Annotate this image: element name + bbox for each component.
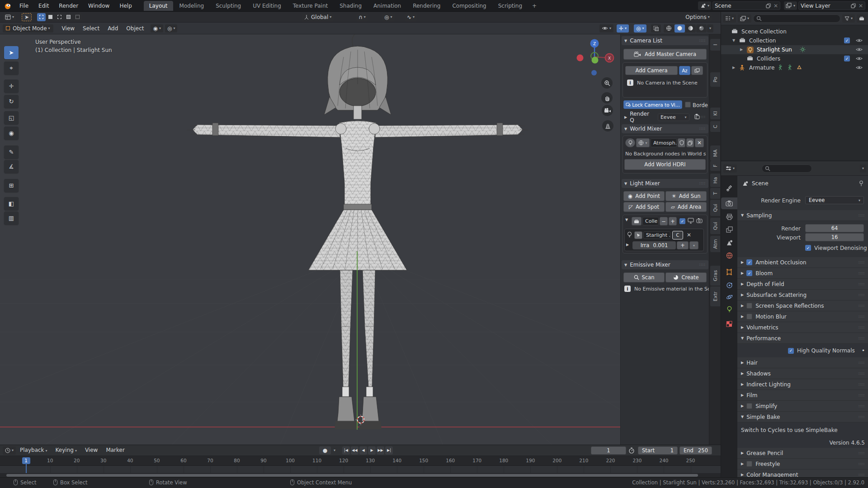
add-collection-button[interactable]: +: [669, 217, 677, 225]
close-icon[interactable]: ✕: [774, 3, 778, 9]
auto-keying-toggle[interactable]: ●: [319, 446, 331, 455]
render-display-icon[interactable]: [696, 218, 703, 225]
properties-search-input[interactable]: [762, 164, 811, 173]
viewport-3d[interactable]: User Perspective (1) Collection | Starli…: [0, 34, 721, 445]
light-c-button[interactable]: C: [672, 231, 683, 239]
menu-view[interactable]: View: [58, 25, 79, 32]
remove-collection-button[interactable]: −: [660, 217, 668, 225]
lock-camera-button[interactable]: Lock Camera to Vi...: [623, 100, 682, 109]
close-icon[interactable]: ✕: [859, 3, 863, 9]
menu-file[interactable]: File: [14, 0, 33, 12]
add-point-button[interactable]: ◉Add Point: [623, 191, 665, 201]
select-light-icon[interactable]: [634, 231, 642, 239]
select-mode-intersect-icon[interactable]: [73, 13, 82, 21]
perspective-toggle-button[interactable]: [602, 120, 613, 131]
new-collection-icon[interactable]: [857, 14, 867, 23]
copy-icon[interactable]: [851, 3, 856, 9]
object-visibility-dropdown[interactable]: ▾: [599, 24, 613, 33]
world-light-icon[interactable]: [625, 138, 635, 147]
menu-add[interactable]: Add: [104, 25, 122, 32]
section-freestyle[interactable]: ▶Freestyle∷∷: [737, 459, 868, 469]
section-checkbox[interactable]: ✓: [746, 270, 752, 276]
play-reverse-button[interactable]: ◀: [359, 446, 367, 455]
proportional-edit-toggle[interactable]: ◎▾: [382, 13, 395, 21]
keying-set-dropdown[interactable]: ▾: [334, 448, 335, 452]
snap-toggle[interactable]: ∩▾: [356, 13, 368, 21]
section-checkbox[interactable]: ✓: [746, 259, 752, 265]
high-quality-normals-checkbox[interactable]: ✓: [788, 348, 794, 354]
section-checkbox[interactable]: [746, 403, 752, 409]
section-subsurface-scattering[interactable]: ▶Subsurface Scattering∷∷: [737, 290, 868, 300]
expander-right-icon[interactable]: ▶: [741, 260, 744, 264]
expander-down-icon[interactable]: ▼: [741, 336, 744, 340]
section-motion-blur[interactable]: ▶Motion Blur∷∷: [737, 311, 868, 322]
add-camera-button[interactable]: Add Camera: [625, 66, 678, 75]
light-dropdown[interactable]: ▾: [689, 241, 698, 249]
select-mode-invert-icon[interactable]: [64, 13, 73, 21]
workspace-tab-texture-paint[interactable]: Texture Paint: [288, 1, 333, 11]
tool-add-cube[interactable]: ⊞: [4, 179, 19, 192]
pin-icon[interactable]: [859, 180, 864, 188]
menu-render[interactable]: Render: [54, 0, 83, 12]
add-area-button[interactable]: ▱Add Area: [665, 202, 707, 212]
properties-tab-texture[interactable]: [721, 318, 737, 330]
tool-select-box[interactable]: ➤: [4, 46, 19, 59]
panel-light-mixer[interactable]: ▼Light Mixer∷∷: [622, 179, 708, 188]
n-panel-tab-t-7[interactable]: T: [710, 188, 720, 199]
animate-dot[interactable]: •: [862, 347, 865, 354]
select-mode-set-icon[interactable]: [37, 13, 46, 21]
view-layer-field[interactable]: View Layer ✕: [798, 1, 865, 10]
light-bulb-icon[interactable]: [627, 231, 632, 239]
collection-icon-button[interactable]: [632, 217, 642, 225]
create-button[interactable]: Create: [665, 272, 707, 282]
menu-edit[interactable]: Edit: [33, 0, 54, 12]
eye-icon[interactable]: [856, 56, 863, 61]
add-world-hdri-button[interactable]: Add World HDRI: [624, 159, 706, 170]
workspace-tab-modeling[interactable]: Modeling: [174, 1, 210, 11]
section-indirect-lighting[interactable]: ▶Indirect Lighting∷∷: [737, 379, 868, 390]
expander-right-icon[interactable]: ▶: [741, 361, 744, 365]
section-checkbox[interactable]: [746, 314, 752, 319]
next-keyframe-button[interactable]: ▶▶: [377, 446, 384, 455]
section-bloom[interactable]: ▶✓Bloom∷∷: [737, 268, 868, 279]
tool-transform[interactable]: ◉: [4, 127, 19, 140]
show-gizmo-toggle[interactable]: ✛▾: [617, 24, 629, 33]
tool-extrude[interactable]: ◧: [4, 197, 19, 210]
tool-cursor[interactable]: ⌖: [4, 61, 19, 75]
fake-user-shield-icon[interactable]: [678, 138, 685, 147]
select-mode-subtract-icon[interactable]: [55, 13, 64, 21]
timeline-menu-marker[interactable]: Marker: [102, 445, 128, 456]
n-panel-tab-ha-6[interactable]: Ha: [710, 174, 720, 187]
camera-extra-button[interactable]: [691, 66, 703, 75]
expander-right-icon[interactable]: ▶: [732, 66, 735, 70]
properties-tab-view-layer[interactable]: [721, 224, 737, 235]
jump-to-end-button[interactable]: ▶|: [385, 446, 393, 455]
expander-down-icon[interactable]: ▼: [741, 415, 744, 419]
select-mode-extend-icon[interactable]: [46, 13, 55, 21]
n-panel-tab-f-5[interactable]: F: [710, 161, 720, 171]
panel-render-q[interactable]: ▶Render Q Eevee▾ ∷∷: [622, 113, 708, 122]
light-row-expander[interactable]: ▶: [626, 243, 629, 247]
timeline-menu-playback[interactable]: Playback▾: [16, 445, 52, 456]
workspace-tab-sculpting[interactable]: Sculpting: [210, 1, 246, 11]
options-dropdown[interactable]: Options▾: [684, 13, 712, 21]
shading-solid-icon[interactable]: [675, 24, 685, 33]
preset-icon[interactable]: [694, 113, 700, 121]
visibility-checkbox[interactable]: ✓: [844, 38, 850, 43]
mode-selector[interactable]: Object Mode▾: [3, 24, 53, 33]
render-samples-slider[interactable]: 64: [805, 224, 864, 232]
tool-annotate[interactable]: ✎: [4, 145, 19, 159]
playhead-line[interactable]: [26, 464, 27, 473]
navigation-gizmo[interactable]: Z X: [574, 37, 619, 79]
workspace-tab-layout[interactable]: Layout: [144, 1, 173, 11]
timeline-menu-keying[interactable]: Keying▾: [52, 445, 81, 456]
properties-tab-render[interactable]: [721, 197, 737, 209]
world-datablock-icon[interactable]: ▾: [636, 138, 650, 147]
n-panel-tab-atm-10[interactable]: Atm: [710, 236, 720, 252]
frame-end-field[interactable]: End250: [679, 446, 712, 455]
n-panel-tab-ma-4[interactable]: MA: [710, 145, 720, 161]
menu-help[interactable]: Help: [114, 0, 137, 12]
expander-right-icon[interactable]: ▶: [741, 404, 744, 408]
properties-tab-tool[interactable]: [721, 182, 737, 194]
expander-right-icon[interactable]: ▶: [741, 325, 744, 329]
